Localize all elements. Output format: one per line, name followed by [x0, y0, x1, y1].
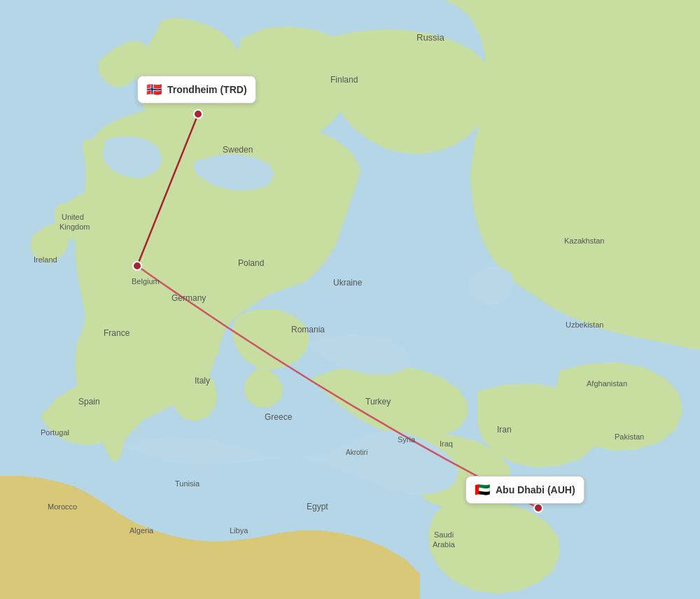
svg-text:Ukraine: Ukraine: [333, 278, 363, 288]
svg-text:Spain: Spain: [78, 397, 100, 407]
svg-text:Finland: Finland: [330, 75, 358, 85]
svg-text:Italy: Italy: [195, 376, 210, 386]
svg-text:Belgium: Belgium: [132, 277, 160, 286]
svg-text:Afghanistan: Afghanistan: [587, 379, 627, 388]
svg-text:France: France: [104, 328, 130, 338]
svg-text:Saudi: Saudi: [434, 530, 454, 539]
svg-text:Sweden: Sweden: [223, 145, 253, 155]
label-ireland: Ireland: [34, 255, 57, 264]
svg-text:Algeria: Algeria: [130, 526, 154, 535]
svg-text:Kingdom: Kingdom: [59, 223, 90, 231]
svg-text:Iran: Iran: [497, 425, 512, 435]
svg-text:Syria: Syria: [398, 435, 416, 444]
svg-text:Portugal: Portugal: [41, 428, 69, 437]
svg-text:United: United: [62, 213, 84, 221]
svg-point-3: [194, 110, 202, 118]
svg-text:Russia: Russia: [416, 32, 445, 43]
svg-text:Arabia: Arabia: [433, 540, 456, 549]
svg-text:Morocco: Morocco: [48, 502, 77, 511]
svg-text:Pakistan: Pakistan: [615, 432, 644, 441]
svg-text:Tunisia: Tunisia: [175, 479, 200, 488]
svg-text:Germany: Germany: [172, 293, 206, 303]
svg-text:Akrotiri: Akrotiri: [346, 449, 368, 456]
svg-text:Poland: Poland: [238, 258, 264, 268]
map-container: Ireland United Kingdom France Spain Port…: [0, 0, 700, 599]
svg-point-2: [133, 262, 141, 270]
map-svg: Ireland United Kingdom France Spain Port…: [0, 0, 700, 599]
svg-text:Egypt: Egypt: [307, 502, 328, 512]
svg-point-4: [534, 504, 542, 512]
svg-text:Romania: Romania: [291, 325, 325, 334]
svg-text:Iraq: Iraq: [440, 439, 453, 448]
svg-text:Kazakhstan: Kazakhstan: [564, 237, 604, 245]
svg-text:Uzbekistan: Uzbekistan: [566, 320, 603, 329]
svg-text:Libya: Libya: [230, 526, 248, 535]
svg-text:Turkey: Turkey: [365, 397, 391, 407]
svg-text:Greece: Greece: [265, 412, 293, 422]
